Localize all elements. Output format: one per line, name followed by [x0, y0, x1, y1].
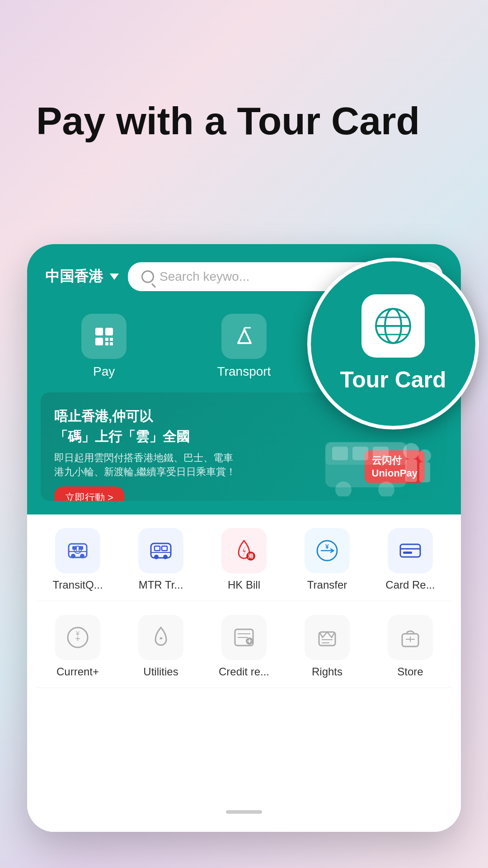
mtr-icon: [138, 528, 183, 573]
svg-rect-26: [332, 447, 348, 460]
tour-card-label: Tour Card: [340, 367, 446, 393]
pay-icon: [92, 324, 117, 349]
svg-point-37: [80, 554, 84, 558]
svg-text:+: +: [75, 634, 80, 644]
service-store[interactable]: Store: [374, 615, 446, 679]
svg-rect-67: [319, 632, 335, 646]
service-creditre[interactable]: Credit re...: [208, 615, 280, 679]
globe-icon: [373, 306, 413, 346]
scroll-indicator: [226, 810, 262, 814]
creditre-icon: [221, 615, 267, 660]
svg-rect-44: [151, 543, 171, 558]
banner-cta-button[interactable]: 立即行動 >: [54, 486, 124, 501]
services-section: TransitQ... MTR Tr...: [27, 514, 461, 832]
svg-rect-5: [95, 328, 103, 335]
search-icon: [141, 270, 154, 283]
service-current[interactable]: ¥ + Current+: [42, 615, 114, 679]
svg-rect-34: [419, 462, 430, 482]
transitq-label: TransitQ...: [52, 579, 103, 592]
service-mtr[interactable]: MTR Tr...: [125, 528, 197, 592]
rights-icon: [305, 615, 350, 660]
pay-label: Pay: [93, 364, 115, 379]
service-cardre[interactable]: Card Re...: [374, 528, 446, 592]
services-row-1: TransitQ... MTR Tr...: [36, 514, 452, 601]
store-label: Store: [397, 665, 423, 679]
svg-line-42: [76, 550, 77, 551]
transfer-label: Transfer: [307, 579, 347, 592]
transfer-icon: ¥: [305, 528, 350, 573]
transit-icon: [55, 528, 100, 573]
svg-rect-9: [110, 338, 113, 341]
transport-label: Transport: [217, 364, 271, 379]
creditre-label: Credit re...: [219, 665, 269, 679]
mtr-label: MTR Tr...: [139, 579, 183, 592]
svg-text:港: 港: [248, 553, 254, 559]
service-utilities[interactable]: Utilities: [125, 615, 197, 679]
service-rights[interactable]: Rights: [291, 615, 363, 679]
service-hkbill[interactable]: 港 HK Bill: [208, 528, 280, 592]
services-row-2: ¥ + Current+ Utilities: [36, 601, 452, 688]
svg-rect-11: [110, 342, 113, 345]
svg-text:¥: ¥: [325, 543, 329, 550]
svg-rect-55: [400, 544, 420, 557]
tour-card-icon: [361, 294, 425, 358]
cardre-label: Card Re...: [385, 579, 435, 592]
svg-rect-27: [352, 447, 368, 460]
svg-point-46: [163, 555, 168, 559]
svg-point-33: [418, 449, 431, 462]
current-icon: ¥ +: [55, 615, 100, 660]
cardre-icon: [388, 528, 433, 573]
svg-rect-8: [105, 338, 108, 341]
transport-icon: [232, 324, 257, 349]
svg-rect-47: [155, 546, 160, 551]
location-text: 中国香港: [45, 267, 103, 287]
nav-item-pay[interactable]: Pay: [81, 314, 127, 379]
hkbill-icon: 港: [221, 528, 267, 573]
utilities-label: Utilities: [143, 665, 178, 679]
svg-marker-12: [238, 330, 251, 343]
nav-item-transport[interactable]: Transport: [217, 314, 271, 379]
service-transitq[interactable]: TransitQ...: [42, 528, 114, 592]
pay-icon-bg: [81, 314, 127, 359]
hero-title: Pay with a Tour Card: [36, 99, 420, 142]
location-selector[interactable]: 中国香港: [45, 267, 119, 287]
svg-rect-6: [105, 328, 113, 335]
svg-rect-57: [403, 552, 412, 554]
rights-label: Rights: [312, 665, 343, 679]
current-label: Current+: [56, 665, 99, 679]
hkbill-label: HK Bill: [228, 579, 260, 592]
service-transfer[interactable]: ¥ Transfer: [291, 528, 363, 592]
utilities-icon: [138, 615, 183, 660]
svg-point-45: [154, 555, 159, 559]
svg-point-36: [71, 554, 75, 558]
svg-rect-48: [162, 546, 167, 551]
transport-icon-bg: [221, 314, 267, 359]
tour-card-bubble[interactable]: Tour Card: [307, 258, 479, 429]
svg-rect-7: [95, 338, 103, 345]
svg-rect-10: [105, 342, 108, 345]
svg-point-31: [403, 443, 419, 459]
svg-line-43: [79, 550, 80, 551]
svg-rect-32: [405, 459, 417, 482]
svg-rect-28: [373, 447, 389, 460]
search-placeholder-text: Search keywo...: [160, 269, 249, 284]
chevron-down-icon: [110, 274, 119, 280]
store-icon: [388, 615, 433, 660]
